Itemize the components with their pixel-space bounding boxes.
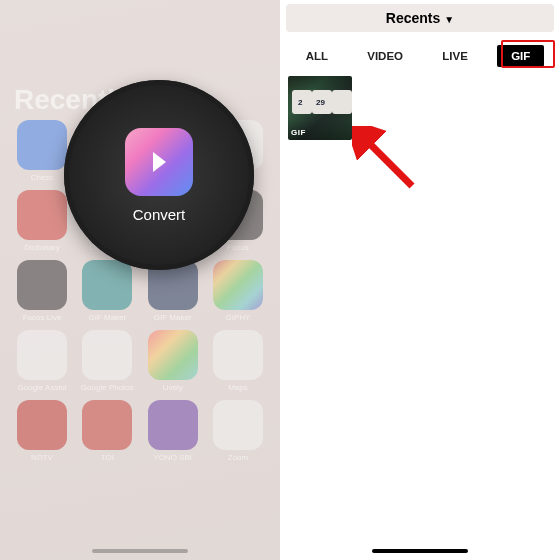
app-label: Zoom — [210, 453, 266, 462]
annotation-arrow-icon — [352, 126, 422, 196]
thumb-decoration: 29 — [316, 98, 325, 107]
chevron-down-icon: ▼ — [444, 14, 454, 25]
thumb-decoration — [332, 90, 352, 114]
tab-live[interactable]: LIVE — [432, 47, 478, 65]
album-selector-label: Recents — [386, 10, 440, 26]
picker-pane: Recents ▼ ALL VIDEO LIVE GIF 2 29 GIF — [280, 0, 560, 560]
app-icon — [17, 260, 67, 310]
convert-app-label: Convert — [133, 206, 186, 223]
thumb-decoration: 2 — [298, 98, 302, 107]
app-icon — [148, 330, 198, 380]
app-cell[interactable]: Zoom — [210, 400, 266, 462]
app-row: Focos LiveGIF MakerGIF MakerGIPHY — [14, 260, 266, 322]
app-label: GIF Maker — [79, 313, 135, 322]
gif-badge: GIF — [291, 128, 306, 137]
tab-gif[interactable]: GIF — [497, 45, 544, 67]
album-selector[interactable]: Recents ▼ — [286, 4, 554, 32]
app-cell[interactable]: GIPHY — [210, 260, 266, 322]
app-cell[interactable]: YONO SBI — [145, 400, 201, 462]
app-icon — [82, 330, 132, 380]
app-label: Lively — [145, 383, 201, 392]
app-icon — [213, 330, 263, 380]
app-label: NDTV — [14, 453, 70, 462]
app-icon — [213, 260, 263, 310]
play-chevron-icon — [142, 145, 176, 179]
app-icon — [148, 400, 198, 450]
app-label: Google Photos — [79, 383, 135, 392]
svg-line-0 — [362, 136, 412, 186]
app-label: TOI — [79, 453, 135, 462]
home-screen-pane: Recently ChessDictionaryDictionaryFlipbo… — [0, 0, 280, 560]
app-icon — [82, 260, 132, 310]
app-cell[interactable]: Maps — [210, 330, 266, 392]
tab-video[interactable]: VIDEO — [357, 47, 413, 65]
app-label: GIF Maker — [145, 313, 201, 322]
app-cell[interactable]: TOI — [79, 400, 135, 462]
app-cell[interactable]: Dictionary — [14, 190, 70, 252]
app-cell[interactable]: GIF Maker — [79, 260, 135, 322]
media-type-tabs: ALL VIDEO LIVE GIF — [280, 42, 560, 70]
app-cell[interactable]: Focos Live — [14, 260, 70, 322]
convert-app-icon — [125, 128, 193, 196]
convert-app-feature[interactable]: Convert — [64, 80, 254, 270]
tab-all[interactable]: ALL — [296, 47, 338, 65]
app-cell[interactable]: Google Assist — [14, 330, 70, 392]
app-label: Google Assist — [14, 383, 70, 392]
app-cell[interactable]: NDTV — [14, 400, 70, 462]
app-label: Chess — [14, 173, 70, 182]
app-icon — [82, 400, 132, 450]
app-icon — [17, 120, 67, 170]
app-cell[interactable]: Lively — [145, 330, 201, 392]
app-label: Maps — [210, 383, 266, 392]
app-label: YONO SBI — [145, 453, 201, 462]
app-icon — [17, 330, 67, 380]
app-icon — [17, 400, 67, 450]
app-label: Dictionary — [14, 243, 70, 252]
app-cell[interactable]: Chess — [14, 120, 70, 182]
home-indicator — [92, 549, 188, 553]
app-label: Focos Live — [14, 313, 70, 322]
app-cell[interactable]: Google Photos — [79, 330, 135, 392]
app-icon — [213, 400, 263, 450]
app-icon — [17, 190, 67, 240]
media-thumbnail[interactable]: 2 29 GIF — [288, 76, 352, 140]
app-row: NDTVTOIYONO SBIZoom — [14, 400, 266, 462]
app-label: GIPHY — [210, 313, 266, 322]
app-row: Google AssistGoogle PhotosLivelyMaps — [14, 330, 266, 392]
home-indicator — [372, 549, 468, 553]
